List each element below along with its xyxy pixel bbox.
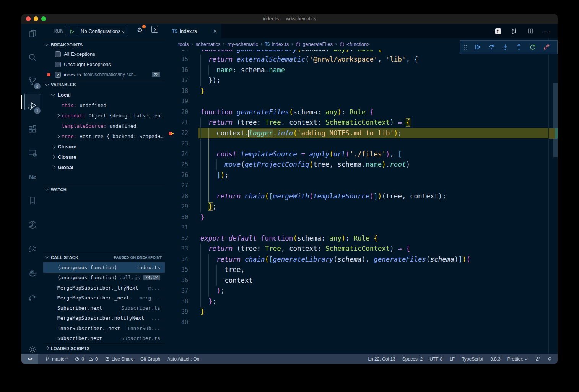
code-line-31[interactable]: 31 (165, 223, 548, 233)
debug-console-icon[interactable]: ❯ (151, 26, 158, 33)
status-branch[interactable]: master* (45, 356, 68, 362)
status-problems[interactable]: 00 (75, 356, 98, 362)
activity-bar-item-explorer[interactable] (21, 24, 43, 43)
step-into-button[interactable] (498, 40, 512, 54)
code-line-34[interactable]: 34 return chain([generateLibrary(schema)… (165, 254, 548, 265)
status-feedback[interactable] (535, 356, 540, 361)
breakpoints-section-header[interactable]: BREAKPOINTS (43, 40, 165, 49)
continue-button[interactable] (471, 40, 485, 54)
code-line-40[interactable]: 40 (165, 317, 548, 328)
code-line-26[interactable]: 26 ]); (165, 170, 548, 181)
activity-bar-item-gitlens[interactable] (21, 215, 43, 234)
debug-configuration-dropdown[interactable]: ▷ No Configurations (67, 26, 128, 36)
call-stack-frame[interactable]: Subscriber.nextSubscriber.ts (43, 333, 165, 344)
breakpoint-row[interactable]: Uncaught Exceptions (43, 59, 165, 70)
activity-bar-item-bookmarks[interactable] (21, 191, 43, 210)
activity-bar-item-extensions[interactable] (21, 120, 43, 139)
activity-bar-item-remote-explorer[interactable] (21, 143, 43, 163)
code-line-32[interactable]: 32export default function(schema: any): … (165, 233, 548, 244)
activity-bar-item-test-explorer[interactable] (21, 239, 43, 258)
call-stack-frame[interactable]: MergeMapSubscriber._tryNextm... (43, 283, 165, 293)
status-eol[interactable]: LF (449, 356, 455, 362)
call-stack-frame[interactable]: (anonymous function)index.ts (43, 262, 165, 273)
breakpoint-row[interactable]: All Exceptions (43, 49, 165, 59)
variables-scope-row[interactable]: Closure (43, 152, 165, 162)
status-language[interactable]: TypeScript (462, 356, 483, 362)
split-editor-icon[interactable] (527, 28, 533, 34)
code-line-19[interactable]: 19 (165, 96, 548, 107)
code-line-24[interactable]: 24 const templateSource = apply(url('./f… (165, 149, 548, 160)
code-line-16[interactable]: 16 name: schema.name (165, 65, 548, 76)
scrollbar-thumb[interactable] (553, 83, 558, 157)
breakpoint-checkbox[interactable] (55, 62, 61, 67)
variable-row[interactable]: tree: HostTree {_backend: ScopedH… (43, 131, 165, 142)
open-changes-icon[interactable] (511, 28, 517, 34)
breakpoint-checkbox[interactable] (55, 51, 61, 57)
code-editor[interactable]: 14function generateLibrary(schema: any):… (165, 38, 548, 354)
status-ts-version[interactable]: 3.8.3 (490, 356, 501, 362)
activity-bar-item-docker[interactable] (21, 263, 43, 282)
call-stack-frame[interactable]: InnerSubscriber._nextInnerSub... (43, 323, 165, 333)
code-line-20[interactable]: 20function generateFiles(schema: any): R… (165, 107, 548, 118)
step-out-button[interactable] (512, 40, 526, 54)
activity-bar-item-nx-console[interactable]: N≥ (21, 167, 43, 186)
remote-indicator[interactable]: >< (21, 354, 38, 364)
breadcrumb-item[interactable]: tools (178, 41, 189, 47)
status-auto-attach[interactable]: Auto Attach: On (167, 356, 199, 362)
code-line-21[interactable]: 21 return (tree: Tree, context: Schemati… (165, 117, 548, 128)
breadcrumb-item[interactable]: my-schematic (228, 41, 258, 47)
code-line-29[interactable]: 29 }; (165, 202, 548, 212)
code-line-17[interactable]: 17 }); (165, 75, 548, 86)
variables-section-header[interactable]: VARIABLES (43, 80, 165, 89)
code-line-35[interactable]: 35 tree, (165, 265, 548, 275)
call-stack-frame[interactable]: MergeMapSubscriber._nextmerg... (43, 293, 165, 303)
call-stack-frame[interactable]: Subscriber.nextSubscriber.ts (43, 303, 165, 313)
code-line-18[interactable]: 18} (165, 86, 548, 97)
variables-scope-row[interactable]: Closure (43, 142, 165, 152)
call-stack-section-header[interactable]: CALL STACKPAUSED ON BREAKPOINT (43, 252, 165, 262)
status-live-share[interactable]: Live Share (105, 356, 133, 362)
status-git-graph[interactable]: Git Graph (140, 356, 160, 362)
code-line-33[interactable]: 33 return (tree: Tree, context: Schemati… (165, 244, 548, 254)
breadcrumb-item[interactable]: <function> (340, 41, 370, 47)
code-line-36[interactable]: 36 context (165, 275, 548, 286)
step-over-button[interactable] (485, 40, 498, 54)
breadcrumb-item[interactable]: generateFiles (296, 41, 333, 47)
activity-bar-item-run-and-debug[interactable]: 1 (21, 96, 43, 115)
gitlens-icon[interactable] (495, 28, 501, 34)
status-encoding[interactable]: UTF-8 (429, 356, 442, 362)
start-debug-icon[interactable]: ▷ (70, 28, 74, 34)
variable-row[interactable]: templateSource: undefined (43, 121, 165, 131)
status-cursor-position[interactable]: Ln 22, Col 13 (368, 356, 395, 362)
code-line-27[interactable]: 27 (165, 181, 548, 191)
code-line-23[interactable]: 23 (165, 138, 548, 149)
code-line-25[interactable]: 25 move(getProjectConfig(tree, schema.na… (165, 159, 548, 170)
variables-scope-row[interactable]: Global (43, 162, 165, 172)
code-line-39[interactable]: 39} (165, 307, 548, 317)
code-line-37[interactable]: 37 ); (165, 286, 548, 296)
breadcrumb-item[interactable]: schematics (195, 41, 220, 47)
tab-index-ts[interactable]: TS index.ts ✕ (165, 24, 221, 38)
breakpoint-row[interactable]: ✔index.tstools/schematics/my-sch...22 (43, 70, 165, 80)
overview-ruler[interactable] (548, 38, 558, 354)
code-line-15[interactable]: 15 return externalSchematic('@nrwl/works… (165, 54, 548, 65)
loaded-scripts-section-header[interactable]: LOADED SCRIPTS (43, 343, 165, 353)
restart-button[interactable] (526, 40, 540, 54)
variables-scope-row[interactable]: Local (43, 90, 165, 100)
watch-section-header[interactable]: WATCH (43, 185, 165, 194)
code-line-28[interactable]: 28 return chain([mergeWith(templateSourc… (165, 191, 548, 202)
status-notifications[interactable] (547, 356, 552, 361)
status-indentation[interactable]: Spaces: 2 (402, 356, 423, 362)
breadcrumb-item[interactable]: TSindex.ts (265, 41, 289, 47)
call-stack-frame[interactable]: (anonymous function)call.js74:24 (43, 273, 165, 283)
activity-bar-item-search[interactable] (21, 48, 43, 67)
tab-close-icon[interactable]: ✕ (213, 28, 217, 34)
variable-row[interactable]: this: undefined (43, 100, 165, 111)
disconnect-button[interactable] (540, 40, 553, 54)
breakpoint-checkbox[interactable]: ✔ (55, 72, 61, 78)
variable-row[interactable]: context: Object {debug: false, en… (43, 111, 165, 121)
call-stack-frame[interactable]: MergeMapSubscriber.notifyNext... (43, 313, 165, 324)
activity-bar-item-source-control[interactable]: 3 (21, 72, 43, 91)
code-line-22[interactable]: ➤22 context.logger.info('adding NOTES.md… (165, 128, 548, 139)
status-prettier[interactable]: Prettier: ✓ (507, 356, 529, 362)
